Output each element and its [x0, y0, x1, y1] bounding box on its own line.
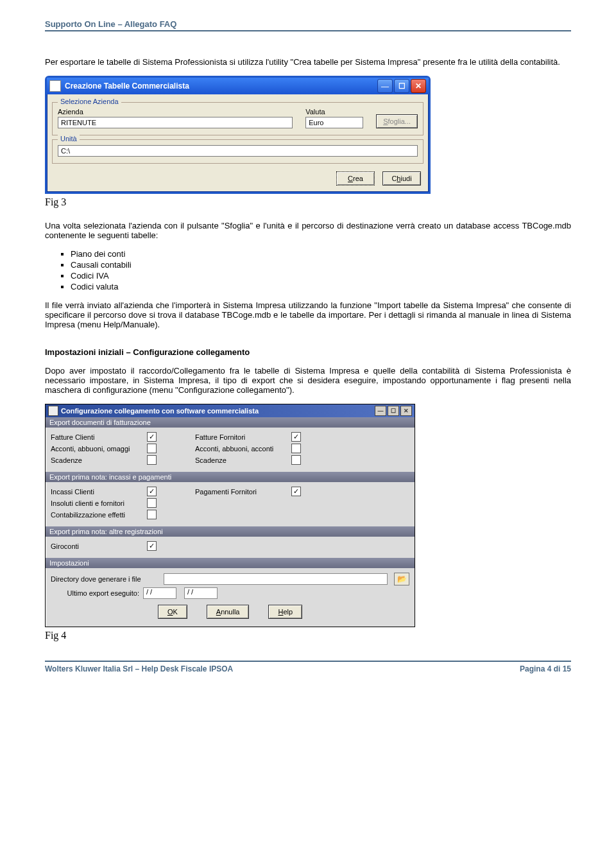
maximize-button[interactable]: ☐ — [388, 406, 399, 416]
browse-folder-button[interactable]: 📂 — [394, 573, 409, 585]
label: Scadenze — [195, 456, 291, 464]
row-scadenze: Scadenze Scadenze — [51, 455, 409, 465]
xp-titlebar[interactable]: Creazione Tabelle Commercialista — ☐ ✕ — [47, 78, 429, 94]
checkbox-pagamenti-fornitori[interactable] — [291, 487, 301, 496]
checkbox-acconti-a[interactable] — [147, 444, 157, 453]
page-header: Supporto On Line – Allegato FAQ — [45, 19, 571, 29]
checkbox-fatture-fornitori[interactable] — [291, 432, 301, 442]
azienda-label: Azienda — [58, 108, 293, 116]
directory-input[interactable] — [164, 573, 388, 585]
last-export-label: Ultimo export eseguito: — [51, 589, 143, 597]
list-item: Piano dei conti — [71, 249, 571, 259]
group-legend-unita: Unità — [58, 135, 80, 143]
minimize-button[interactable]: — — [377, 79, 393, 93]
row-contab-effetti: Contabilizzazione effetti — [51, 510, 409, 519]
para3: Il file verrà inviato all'azienda che l'… — [45, 300, 571, 329]
checkbox-contab-effetti[interactable] — [147, 510, 157, 519]
window-creazione-tabelle: Creazione Tabelle Commercialista — ☐ ✕ S… — [45, 76, 431, 194]
date-from-input[interactable]: / / — [143, 587, 176, 599]
label: Contabilizzazione effetti — [51, 511, 147, 519]
list-item: Codici IVA — [71, 271, 571, 281]
list-item: Causali contabili — [71, 260, 571, 270]
tables-list: Piano dei conti Causali contabili Codici… — [71, 249, 571, 291]
close-button[interactable]: ✕ — [411, 79, 426, 93]
row-directory: Directory dove generare i file 📂 — [51, 573, 409, 585]
classic-titlebar[interactable]: Configurazione collegamento con software… — [46, 404, 415, 417]
label: Acconti, abbuoni, omaggi — [51, 445, 147, 453]
window-title: Configurazione collegamento con software… — [61, 407, 375, 415]
window-configurazione-collegamento: Configurazione collegamento con software… — [45, 404, 415, 627]
checkbox-incassi-clienti[interactable] — [147, 487, 157, 496]
group-unita: Unità — [52, 139, 424, 164]
section-impostazioni: Impostazioni — [46, 558, 415, 568]
para2: Una volta selezionata l'azienda con il p… — [45, 221, 571, 240]
fig4-caption: Fig 4 — [45, 630, 571, 641]
row-fatture-clienti: Fatture Clienti Fatture Fornitori — [51, 432, 409, 442]
window-title: Creazione Tabelle Commercialista — [65, 82, 377, 91]
minimize-button[interactable]: — — [375, 406, 386, 416]
sfoglia-button[interactable]: Sfoglia... — [376, 114, 418, 128]
header-divider — [45, 30, 571, 31]
label: Pagamenti Fornitori — [195, 488, 291, 496]
annulla-button[interactable]: Annulla — [207, 605, 250, 619]
section-heading: Impostazioni iniziali – Configurazione c… — [45, 347, 571, 357]
intro-paragraph: Per esportare le tabelle di Sistema Prof… — [45, 57, 571, 67]
checkbox-giroconti[interactable] — [147, 541, 157, 551]
row-insoluti: Insoluti clienti e fornitori — [51, 498, 409, 508]
checkbox-scadenze-a[interactable] — [147, 455, 157, 465]
ok-button[interactable]: OK — [158, 605, 187, 619]
footer-right: Pagina 4 di 15 — [520, 664, 571, 673]
label: Acconti, abbuoni, acconti — [195, 445, 291, 453]
checkbox-fatture-clienti[interactable] — [147, 432, 157, 442]
help-button[interactable]: Help — [268, 605, 302, 619]
window-icon — [49, 80, 61, 92]
azienda-input[interactable] — [58, 117, 293, 128]
label: Fatture Fornitori — [195, 433, 291, 441]
checkbox-insoluti[interactable] — [147, 498, 157, 508]
chiudi-button[interactable]: Chiudi — [382, 171, 421, 186]
label: Incassi Clienti — [51, 488, 147, 496]
maximize-button[interactable]: ☐ — [394, 79, 409, 93]
label: Giroconti — [51, 542, 147, 550]
unita-input[interactable] — [58, 145, 418, 157]
label: Insoluti clienti e fornitori — [51, 499, 147, 507]
section-altre-registrazioni: Export prima nota: altre registrazioni — [46, 526, 415, 537]
row-giroconti: Giroconti — [51, 541, 409, 551]
row-last-export: Ultimo export eseguito: / / / / — [51, 587, 409, 599]
label: Fatture Clienti — [51, 433, 147, 441]
section-export-documenti: Export documenti di fatturazione — [46, 417, 415, 428]
footer-divider — [45, 661, 571, 662]
crea-button[interactable]: Crea — [336, 171, 375, 186]
checkbox-acconti-b[interactable] — [291, 444, 301, 453]
directory-label: Directory dove generare i file — [51, 575, 160, 583]
fig3-caption: Fig 3 — [45, 196, 571, 208]
group-selezione-azienda: Selezione Azienda Azienda Valuta Sfoglia… — [52, 102, 424, 135]
row-incassi: Incassi Clienti Pagamenti Fornitori — [51, 487, 409, 496]
date-to-input[interactable]: / / — [184, 587, 218, 599]
list-item: Codici valuta — [71, 282, 571, 291]
group-legend: Selezione Azienda — [58, 98, 121, 105]
window-icon — [48, 406, 58, 416]
close-button[interactable]: ✕ — [400, 406, 412, 416]
label: Scadenze — [51, 456, 147, 464]
row-acconti: Acconti, abbuoni, omaggi Acconti, abbuon… — [51, 444, 409, 453]
valuta-input[interactable] — [305, 117, 363, 128]
checkbox-scadenze-b[interactable] — [291, 455, 301, 465]
valuta-label: Valuta — [305, 108, 363, 116]
section-export-prima-nota: Export prima nota: incassi e pagamenti — [46, 472, 415, 482]
footer-left: Wolters Kluwer Italia Srl – Help Desk Fi… — [45, 664, 233, 673]
para4: Dopo aver impostato il raccordo/Collegam… — [45, 366, 571, 395]
